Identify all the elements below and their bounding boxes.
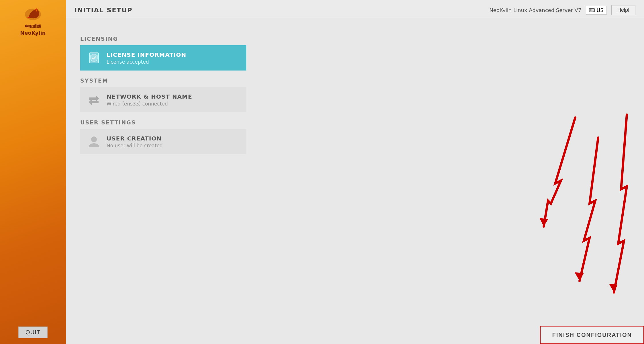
svg-rect-8 <box>590 10 590 11</box>
network-hostname-title: NETWORK & HOST NAME <box>107 93 192 100</box>
help-button[interactable]: Help! <box>611 5 635 15</box>
network-icon <box>86 92 102 108</box>
sidebar: 中标麒麟 NeoKylin QUIT <box>0 0 66 344</box>
logo-brand-text: NeoKylin <box>20 30 46 36</box>
license-info-subtitle: License accepted <box>107 59 186 65</box>
svg-rect-7 <box>593 9 594 10</box>
page-title: INITIAL SETUP <box>74 7 133 14</box>
system-section: SYSTEM NETWORK & HOST NAME Wired (ens33)… <box>80 72 630 114</box>
logo: 中标麒麟 NeoKylin <box>20 6 46 36</box>
user-icon <box>86 134 102 150</box>
header-right: NeoKylin Linux Advanced Server V7 US <box>489 5 635 15</box>
svg-rect-12 <box>590 11 593 12</box>
license-information-card[interactable]: LICENSE INFORMATION License accepted <box>80 45 246 71</box>
keyboard-icon <box>589 8 595 12</box>
user-creation-card[interactable]: USER CREATION No user will be created <box>80 129 246 154</box>
quit-button[interactable]: QUIT <box>18 327 48 338</box>
licensing-section: LICENSING LICENSE INFORMATION License ac… <box>80 30 630 72</box>
svg-point-1 <box>36 10 37 11</box>
content-area: LICENSING LICENSE INFORMATION License ac… <box>66 18 644 344</box>
user-settings-section: USER SETTINGS USER CREATION No user will… <box>80 114 630 155</box>
network-hostname-text: NETWORK & HOST NAME Wired (ens33) connec… <box>107 93 192 107</box>
user-settings-section-label: USER SETTINGS <box>80 119 630 126</box>
network-hostname-subtitle: Wired (ens33) connected <box>107 101 192 107</box>
user-creation-subtitle: No user will be created <box>107 143 163 148</box>
finish-configuration-button[interactable]: FINISH CONFIGURATION <box>540 326 644 344</box>
sidebar-bottom-area: QUIT <box>18 327 48 338</box>
svg-rect-9 <box>591 10 592 11</box>
svg-rect-11 <box>593 10 594 11</box>
svg-rect-6 <box>592 9 593 10</box>
product-name: NeoKylin Linux Advanced Server V7 <box>489 7 581 13</box>
svg-rect-10 <box>592 10 593 11</box>
network-hostname-card[interactable]: NETWORK & HOST NAME Wired (ens33) connec… <box>80 87 246 112</box>
language-selector[interactable]: US <box>586 6 607 15</box>
footer: FINISH CONFIGURATION <box>540 326 644 344</box>
license-icon <box>86 50 102 66</box>
user-creation-title: USER CREATION <box>107 135 163 142</box>
svg-rect-5 <box>591 9 592 10</box>
svg-point-14 <box>91 136 97 142</box>
svg-rect-4 <box>590 9 590 10</box>
header: INITIAL SETUP NeoKylin Linux Advanced Se… <box>66 0 644 18</box>
system-section-label: SYSTEM <box>80 77 630 84</box>
logo-chinese-text: 中标麒麟 <box>25 24 41 29</box>
license-info-text: LICENSE INFORMATION License accepted <box>107 51 186 65</box>
user-creation-text: USER CREATION No user will be created <box>107 135 163 148</box>
main-area: INITIAL SETUP NeoKylin Linux Advanced Se… <box>66 0 644 344</box>
licensing-section-label: LICENSING <box>80 36 630 42</box>
neokylin-logo-icon <box>21 6 44 23</box>
language-label: US <box>596 7 604 13</box>
license-info-title: LICENSE INFORMATION <box>107 51 186 58</box>
